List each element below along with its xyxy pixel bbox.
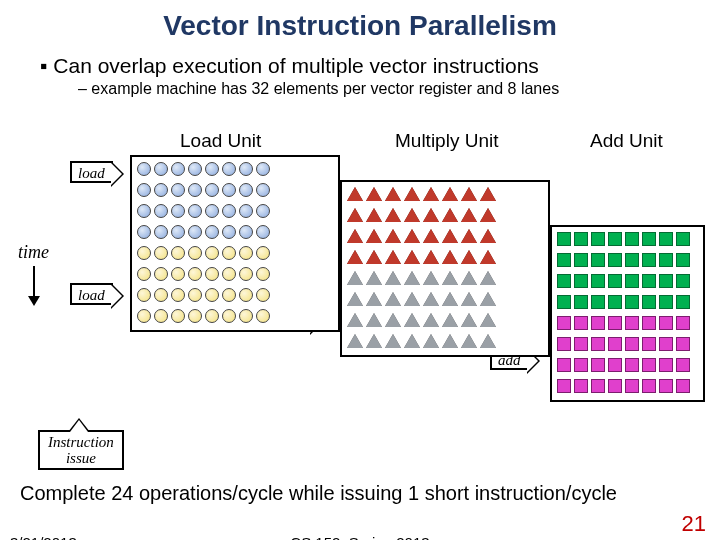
mul-lane-marker: [423, 334, 439, 348]
add-lane-marker: [608, 274, 622, 288]
load-lane-marker: [171, 267, 185, 281]
add-lane-marker: [608, 316, 622, 330]
add-lane-marker: [659, 295, 673, 309]
add-lane-marker: [676, 358, 690, 372]
add-lane-marker: [642, 295, 656, 309]
load-lane-marker: [188, 225, 202, 239]
load-lane-marker: [239, 183, 253, 197]
load-lane-marker: [154, 183, 168, 197]
load-lane-marker: [137, 225, 151, 239]
load-lane-marker: [188, 267, 202, 281]
load-lane-marker: [239, 162, 253, 176]
add-lane-marker: [608, 358, 622, 372]
load-lane-marker: [137, 267, 151, 281]
mul-lane-marker: [385, 229, 401, 243]
load-lane-marker: [171, 225, 185, 239]
load-lane-marker: [205, 288, 219, 302]
mul-lane-marker: [442, 208, 458, 222]
add-lane-marker: [591, 274, 605, 288]
mul-lane-marker: [480, 313, 496, 327]
load-lane-marker: [222, 246, 236, 260]
add-lane-marker: [557, 274, 571, 288]
mul-lane-marker: [442, 187, 458, 201]
add-lane-marker: [574, 232, 588, 246]
mul-lane-marker: [480, 334, 496, 348]
load-lane-marker: [205, 267, 219, 281]
mul-lane-marker: [442, 313, 458, 327]
add-lane-marker: [574, 253, 588, 267]
footer-course: CS 152, Spring 2013: [290, 534, 429, 540]
bullet-level-1: Can overlap execution of multiple vector…: [40, 54, 720, 78]
multiply-unit-header: Multiply Unit: [395, 130, 498, 152]
load-lane-marker: [154, 267, 168, 281]
mul-lane-marker: [385, 271, 401, 285]
mul-lane-marker: [366, 334, 382, 348]
mul-lane-marker: [480, 229, 496, 243]
add-lane-marker: [591, 316, 605, 330]
add-lane-marker: [608, 337, 622, 351]
bullet-level-2: example machine has 32 elements per vect…: [78, 80, 720, 98]
mul-lane-marker: [423, 229, 439, 243]
load-lane-marker: [222, 225, 236, 239]
mul-lane-marker: [442, 229, 458, 243]
mul-lane-marker: [385, 187, 401, 201]
load-lane-marker: [256, 183, 270, 197]
mul-lane-marker: [480, 187, 496, 201]
load-lane-marker: [137, 288, 151, 302]
load-lane-marker: [137, 183, 151, 197]
time-axis-label: time: [18, 242, 49, 263]
add-lane-marker: [574, 316, 588, 330]
load-lane-marker: [188, 204, 202, 218]
mul-lane-marker: [347, 271, 363, 285]
add-lane-marker: [574, 379, 588, 393]
add-lane-marker: [642, 253, 656, 267]
load-op-2: load: [70, 283, 113, 305]
add-lane-marker: [642, 379, 656, 393]
mul-lane-marker: [366, 208, 382, 222]
load-lane-marker: [171, 288, 185, 302]
mul-lane-marker: [385, 250, 401, 264]
mul-lane-marker: [461, 229, 477, 243]
load-lane-marker: [205, 225, 219, 239]
add-lane-marker: [574, 337, 588, 351]
load-lane-marker: [205, 309, 219, 323]
load-lane-marker: [256, 288, 270, 302]
mul-lane-marker: [404, 334, 420, 348]
mul-lane-marker: [404, 271, 420, 285]
add-lane-marker: [642, 316, 656, 330]
add-lane-marker: [608, 253, 622, 267]
add-lane-marker: [642, 274, 656, 288]
mul-lane-marker: [442, 334, 458, 348]
add-lane-marker: [676, 232, 690, 246]
add-lane-marker: [659, 274, 673, 288]
load-lane-marker: [137, 204, 151, 218]
mul-lane-marker: [442, 250, 458, 264]
load-unit-grid: [130, 155, 340, 332]
add-lane-marker: [625, 358, 639, 372]
load-lane-marker: [205, 183, 219, 197]
slide-title: Vector Instruction Parallelism: [0, 10, 720, 42]
mul-lane-marker: [366, 229, 382, 243]
load-lane-marker: [171, 204, 185, 218]
load-lane-marker: [154, 309, 168, 323]
time-arrow-icon: [33, 266, 35, 302]
load-lane-marker: [239, 246, 253, 260]
conclusion-text: Complete 24 operations/cycle while issui…: [20, 482, 617, 505]
load-lane-marker: [256, 225, 270, 239]
load-lane-marker: [171, 309, 185, 323]
mul-lane-marker: [404, 187, 420, 201]
add-lane-marker: [676, 274, 690, 288]
mul-lane-marker: [366, 292, 382, 306]
load-lane-marker: [154, 162, 168, 176]
add-lane-marker: [625, 379, 639, 393]
add-lane-marker: [591, 379, 605, 393]
mul-lane-marker: [423, 208, 439, 222]
add-lane-marker: [659, 253, 673, 267]
load-lane-marker: [188, 309, 202, 323]
load-lane-marker: [239, 267, 253, 281]
load-op-1: load: [70, 161, 113, 183]
load-lane-marker: [205, 162, 219, 176]
mul-lane-marker: [347, 187, 363, 201]
add-lane-marker: [557, 316, 571, 330]
add-lane-marker: [659, 316, 673, 330]
